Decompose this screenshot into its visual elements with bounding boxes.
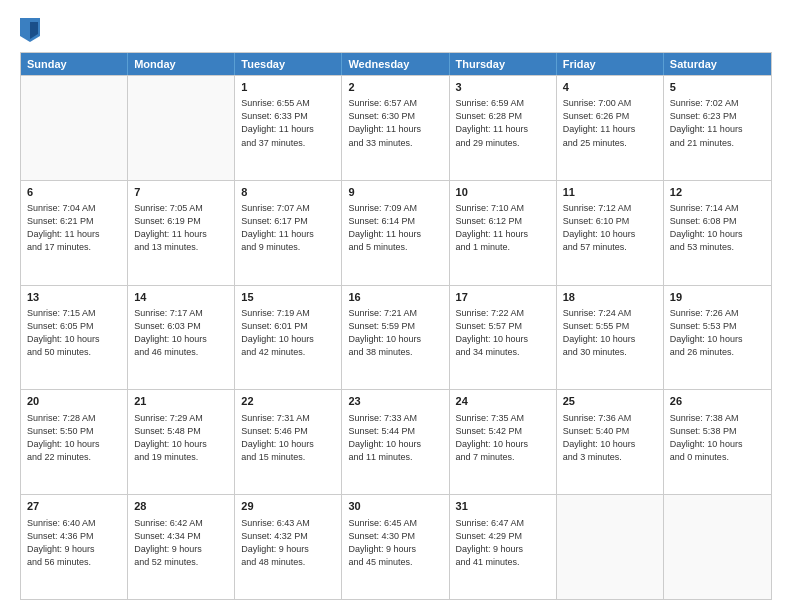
day-number: 31 — [456, 499, 550, 514]
calendar-cell: 6Sunrise: 7:04 AM Sunset: 6:21 PM Daylig… — [21, 181, 128, 285]
day-header: Tuesday — [235, 53, 342, 75]
day-header: Friday — [557, 53, 664, 75]
logo — [20, 18, 44, 42]
calendar-header: SundayMondayTuesdayWednesdayThursdayFrid… — [21, 53, 771, 75]
page: SundayMondayTuesdayWednesdayThursdayFrid… — [0, 0, 792, 612]
calendar-body: 1Sunrise: 6:55 AM Sunset: 6:33 PM Daylig… — [21, 75, 771, 599]
day-header: Saturday — [664, 53, 771, 75]
calendar-cell: 23Sunrise: 7:33 AM Sunset: 5:44 PM Dayli… — [342, 390, 449, 494]
day-number: 2 — [348, 80, 442, 95]
day-number: 20 — [27, 394, 121, 409]
calendar-cell: 8Sunrise: 7:07 AM Sunset: 6:17 PM Daylig… — [235, 181, 342, 285]
day-info: Sunrise: 7:14 AM Sunset: 6:08 PM Dayligh… — [670, 202, 765, 254]
calendar-row: 6Sunrise: 7:04 AM Sunset: 6:21 PM Daylig… — [21, 180, 771, 285]
day-info: Sunrise: 7:19 AM Sunset: 6:01 PM Dayligh… — [241, 307, 335, 359]
day-info: Sunrise: 6:57 AM Sunset: 6:30 PM Dayligh… — [348, 97, 442, 149]
day-header: Monday — [128, 53, 235, 75]
calendar-cell — [557, 495, 664, 599]
day-info: Sunrise: 6:43 AM Sunset: 4:32 PM Dayligh… — [241, 517, 335, 569]
day-number: 16 — [348, 290, 442, 305]
calendar-cell: 5Sunrise: 7:02 AM Sunset: 6:23 PM Daylig… — [664, 76, 771, 180]
day-info: Sunrise: 7:38 AM Sunset: 5:38 PM Dayligh… — [670, 412, 765, 464]
calendar-cell: 7Sunrise: 7:05 AM Sunset: 6:19 PM Daylig… — [128, 181, 235, 285]
day-info: Sunrise: 6:40 AM Sunset: 4:36 PM Dayligh… — [27, 517, 121, 569]
day-number: 9 — [348, 185, 442, 200]
day-number: 27 — [27, 499, 121, 514]
day-number: 7 — [134, 185, 228, 200]
day-info: Sunrise: 7:31 AM Sunset: 5:46 PM Dayligh… — [241, 412, 335, 464]
day-info: Sunrise: 7:36 AM Sunset: 5:40 PM Dayligh… — [563, 412, 657, 464]
calendar-cell: 10Sunrise: 7:10 AM Sunset: 6:12 PM Dayli… — [450, 181, 557, 285]
day-info: Sunrise: 7:02 AM Sunset: 6:23 PM Dayligh… — [670, 97, 765, 149]
day-number: 22 — [241, 394, 335, 409]
day-number: 6 — [27, 185, 121, 200]
calendar-cell — [128, 76, 235, 180]
day-number: 25 — [563, 394, 657, 409]
day-info: Sunrise: 7:10 AM Sunset: 6:12 PM Dayligh… — [456, 202, 550, 254]
day-info: Sunrise: 7:21 AM Sunset: 5:59 PM Dayligh… — [348, 307, 442, 359]
day-info: Sunrise: 7:04 AM Sunset: 6:21 PM Dayligh… — [27, 202, 121, 254]
calendar-cell: 15Sunrise: 7:19 AM Sunset: 6:01 PM Dayli… — [235, 286, 342, 390]
day-info: Sunrise: 7:33 AM Sunset: 5:44 PM Dayligh… — [348, 412, 442, 464]
day-number: 3 — [456, 80, 550, 95]
day-header: Thursday — [450, 53, 557, 75]
day-number: 12 — [670, 185, 765, 200]
calendar-cell — [21, 76, 128, 180]
day-info: Sunrise: 7:35 AM Sunset: 5:42 PM Dayligh… — [456, 412, 550, 464]
day-info: Sunrise: 6:55 AM Sunset: 6:33 PM Dayligh… — [241, 97, 335, 149]
calendar-cell: 14Sunrise: 7:17 AM Sunset: 6:03 PM Dayli… — [128, 286, 235, 390]
header — [20, 18, 772, 42]
day-number: 17 — [456, 290, 550, 305]
calendar-cell: 28Sunrise: 6:42 AM Sunset: 4:34 PM Dayli… — [128, 495, 235, 599]
day-info: Sunrise: 7:22 AM Sunset: 5:57 PM Dayligh… — [456, 307, 550, 359]
calendar-cell: 1Sunrise: 6:55 AM Sunset: 6:33 PM Daylig… — [235, 76, 342, 180]
day-info: Sunrise: 7:15 AM Sunset: 6:05 PM Dayligh… — [27, 307, 121, 359]
day-number: 10 — [456, 185, 550, 200]
day-info: Sunrise: 6:42 AM Sunset: 4:34 PM Dayligh… — [134, 517, 228, 569]
calendar-cell: 24Sunrise: 7:35 AM Sunset: 5:42 PM Dayli… — [450, 390, 557, 494]
day-number: 30 — [348, 499, 442, 514]
calendar-cell: 29Sunrise: 6:43 AM Sunset: 4:32 PM Dayli… — [235, 495, 342, 599]
calendar-cell: 4Sunrise: 7:00 AM Sunset: 6:26 PM Daylig… — [557, 76, 664, 180]
calendar-cell: 17Sunrise: 7:22 AM Sunset: 5:57 PM Dayli… — [450, 286, 557, 390]
day-info: Sunrise: 6:59 AM Sunset: 6:28 PM Dayligh… — [456, 97, 550, 149]
day-number: 11 — [563, 185, 657, 200]
calendar-cell: 13Sunrise: 7:15 AM Sunset: 6:05 PM Dayli… — [21, 286, 128, 390]
day-number: 23 — [348, 394, 442, 409]
calendar-cell: 16Sunrise: 7:21 AM Sunset: 5:59 PM Dayli… — [342, 286, 449, 390]
calendar-cell: 26Sunrise: 7:38 AM Sunset: 5:38 PM Dayli… — [664, 390, 771, 494]
day-header: Sunday — [21, 53, 128, 75]
calendar-cell: 27Sunrise: 6:40 AM Sunset: 4:36 PM Dayli… — [21, 495, 128, 599]
day-number: 24 — [456, 394, 550, 409]
day-number: 15 — [241, 290, 335, 305]
calendar-cell: 30Sunrise: 6:45 AM Sunset: 4:30 PM Dayli… — [342, 495, 449, 599]
day-info: Sunrise: 7:09 AM Sunset: 6:14 PM Dayligh… — [348, 202, 442, 254]
calendar-cell: 18Sunrise: 7:24 AM Sunset: 5:55 PM Dayli… — [557, 286, 664, 390]
calendar-cell: 20Sunrise: 7:28 AM Sunset: 5:50 PM Dayli… — [21, 390, 128, 494]
calendar-cell: 22Sunrise: 7:31 AM Sunset: 5:46 PM Dayli… — [235, 390, 342, 494]
day-info: Sunrise: 7:07 AM Sunset: 6:17 PM Dayligh… — [241, 202, 335, 254]
calendar-cell: 11Sunrise: 7:12 AM Sunset: 6:10 PM Dayli… — [557, 181, 664, 285]
calendar-row: 27Sunrise: 6:40 AM Sunset: 4:36 PM Dayli… — [21, 494, 771, 599]
logo-icon — [20, 18, 40, 42]
day-number: 29 — [241, 499, 335, 514]
day-number: 8 — [241, 185, 335, 200]
day-info: Sunrise: 7:28 AM Sunset: 5:50 PM Dayligh… — [27, 412, 121, 464]
calendar-cell: 21Sunrise: 7:29 AM Sunset: 5:48 PM Dayli… — [128, 390, 235, 494]
day-info: Sunrise: 6:47 AM Sunset: 4:29 PM Dayligh… — [456, 517, 550, 569]
day-number: 4 — [563, 80, 657, 95]
calendar-cell: 25Sunrise: 7:36 AM Sunset: 5:40 PM Dayli… — [557, 390, 664, 494]
day-number: 1 — [241, 80, 335, 95]
calendar-cell: 12Sunrise: 7:14 AM Sunset: 6:08 PM Dayli… — [664, 181, 771, 285]
day-info: Sunrise: 7:26 AM Sunset: 5:53 PM Dayligh… — [670, 307, 765, 359]
day-number: 13 — [27, 290, 121, 305]
calendar-row: 20Sunrise: 7:28 AM Sunset: 5:50 PM Dayli… — [21, 389, 771, 494]
day-number: 19 — [670, 290, 765, 305]
day-info: Sunrise: 7:12 AM Sunset: 6:10 PM Dayligh… — [563, 202, 657, 254]
calendar-cell: 31Sunrise: 6:47 AM Sunset: 4:29 PM Dayli… — [450, 495, 557, 599]
day-number: 18 — [563, 290, 657, 305]
calendar-cell — [664, 495, 771, 599]
day-number: 28 — [134, 499, 228, 514]
calendar-cell: 3Sunrise: 6:59 AM Sunset: 6:28 PM Daylig… — [450, 76, 557, 180]
day-info: Sunrise: 7:17 AM Sunset: 6:03 PM Dayligh… — [134, 307, 228, 359]
